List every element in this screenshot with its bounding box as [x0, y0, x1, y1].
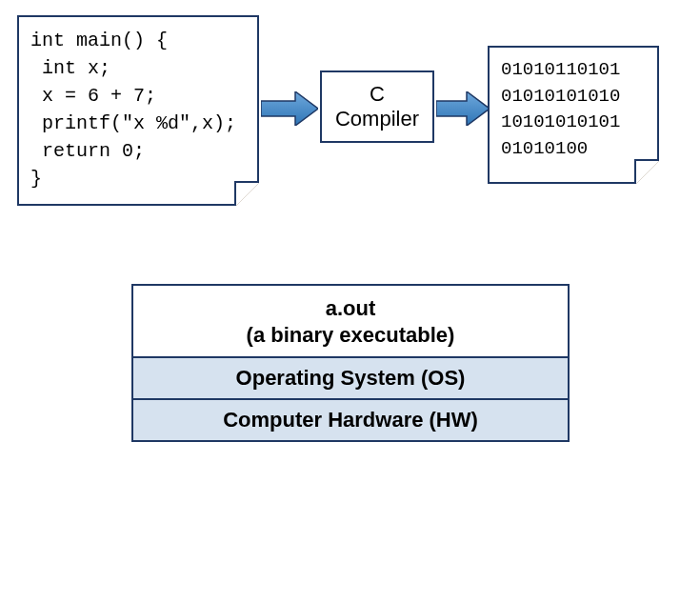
- svg-marker-0: [261, 91, 318, 126]
- system-stack: a.out (a binary executable) Operating Sy…: [131, 286, 570, 442]
- stack-row-os: Operating System (OS): [131, 356, 570, 400]
- arrow-icon: [261, 91, 318, 126]
- source-code-text: int main() { int x; x = 6 + 7; printf("x…: [30, 30, 236, 190]
- binary-output-note: 01010110101 01010101010 10101010101 0101…: [488, 46, 659, 184]
- svg-marker-1: [436, 91, 490, 126]
- stack-top-line1: a.out: [137, 295, 564, 322]
- stack-top-line2: (a binary executable): [137, 322, 564, 349]
- dogear-icon: [634, 159, 659, 184]
- source-code-note: int main() { int x; x = 6 + 7; printf("x…: [17, 15, 259, 206]
- stack-row-hardware: Computer Hardware (HW): [131, 398, 570, 442]
- binary-output-text: 01010110101 01010101010 10101010101 0101…: [501, 59, 620, 159]
- compiler-line1: C: [322, 82, 432, 107]
- compiler-box: C Compiler: [320, 70, 434, 143]
- arrow-icon: [436, 91, 490, 126]
- compiler-line2: Compiler: [322, 107, 432, 131]
- dogear-icon: [234, 181, 259, 206]
- stack-row-executable: a.out (a binary executable): [131, 284, 570, 358]
